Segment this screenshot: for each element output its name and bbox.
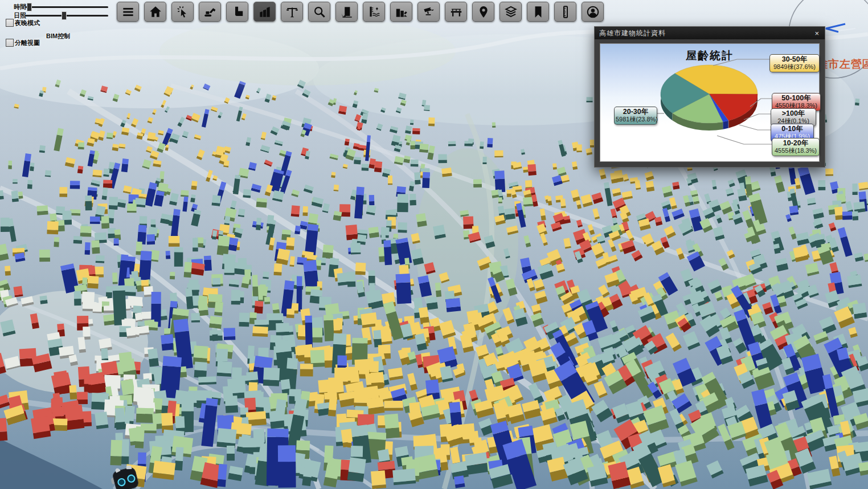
bridge-button[interactable] [445, 2, 467, 22]
daylight-slider[interactable] [25, 15, 108, 17]
water-level-button[interactable] [363, 2, 385, 22]
time-slider-handle[interactable] [27, 3, 32, 11]
cctv-button[interactable] [417, 2, 440, 22]
menu-icon [121, 5, 136, 19]
user-button[interactable] [582, 2, 604, 22]
search-icon [312, 5, 327, 19]
bookmark-icon [531, 5, 546, 19]
daylight-slider-handle[interactable] [62, 11, 67, 20]
pipeline-button[interactable] [226, 2, 248, 22]
street-light-icon [285, 5, 300, 19]
excavator-icon [203, 5, 218, 19]
menu-button[interactable] [117, 2, 139, 22]
user-icon [586, 5, 600, 19]
pipeline-icon [230, 5, 245, 19]
chart-callout-20-30年: 20-30年5981棟(23.8%) [614, 107, 657, 125]
split-view-checkbox[interactable] [6, 39, 14, 47]
age-chart: 屋齡統計 30-50年9849棟(37.6%)50-100年4550棟(18.3… [600, 43, 820, 162]
excavator-button[interactable] [199, 2, 221, 22]
home-icon [148, 5, 163, 19]
select-cursor-button[interactable] [171, 2, 194, 22]
compass-needle-icon [826, 24, 845, 32]
location-pin-icon [476, 5, 491, 19]
layers-icon [503, 5, 518, 19]
street-light-button[interactable] [281, 2, 303, 22]
time-slider-label: 時間 [14, 3, 26, 11]
night-mode-checkbox[interactable] [6, 19, 14, 27]
bim-section-label: BIM控制 [46, 32, 70, 40]
ruler-button[interactable] [554, 2, 576, 22]
building-stats-panel: 高雄市建物統計資料 × 屋齡統計 30-50年9849棟(37.6%)50-10… [594, 26, 825, 168]
robot-assistant-avatar[interactable] [108, 466, 144, 489]
ruler-icon [558, 5, 573, 19]
construction-site-button[interactable] [390, 2, 412, 22]
panel-title: 高雄市建物統計資料 [599, 28, 666, 38]
select-cursor-icon [175, 5, 190, 19]
time-slider[interactable] [25, 6, 108, 8]
location-pin-button[interactable] [472, 2, 494, 22]
panel-titlebar[interactable]: 高雄市建物統計資料 × [595, 27, 825, 39]
search-button[interactable] [308, 2, 330, 22]
compass-needle-tail-icon [838, 28, 855, 31]
chart-callout-30-50年: 30-50年9849棟(37.6%) [769, 54, 820, 72]
home-button[interactable] [144, 2, 166, 22]
buildings-icon [257, 5, 272, 19]
cctv-icon [421, 5, 436, 19]
buildings-button[interactable] [253, 2, 276, 22]
chart-callout-10-20年: 10-20年4555棟(18.3%) [772, 138, 820, 156]
building-analysis-icon [339, 5, 354, 19]
night-mode-label: 夜晚模式 [15, 19, 40, 27]
close-icon[interactable]: × [813, 30, 820, 37]
construction-site-icon [394, 5, 409, 19]
bridge-icon [449, 5, 464, 19]
layers-button[interactable] [499, 2, 522, 22]
building-analysis-button[interactable] [335, 2, 358, 22]
split-view-label: 分離視圖 [15, 39, 40, 47]
water-level-icon [367, 5, 382, 19]
bookmark-button[interactable] [527, 2, 549, 22]
